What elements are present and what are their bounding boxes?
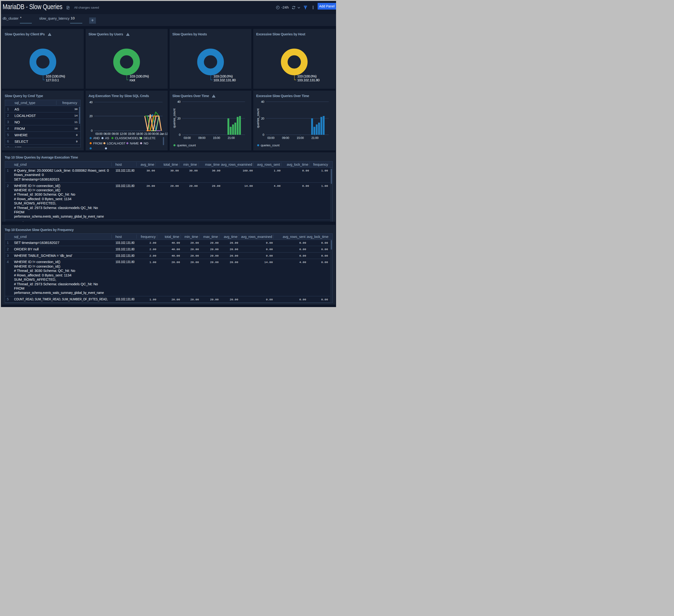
- svg-text:20: 20: [261, 117, 264, 120]
- svg-text:03:00: 03:00: [184, 136, 191, 140]
- svg-text:40: 40: [89, 100, 93, 104]
- svg-text:18:00: 18:00: [136, 132, 143, 136]
- svg-text:queries_count: queries_count: [177, 143, 196, 147]
- svg-text:AND: AND: [93, 136, 100, 140]
- svg-text:0: 0: [263, 133, 264, 137]
- svg-text:15:00: 15:00: [297, 136, 304, 140]
- svg-text:09:00: 09:00: [198, 136, 206, 140]
- svg-text:AS: AS: [105, 136, 109, 140]
- svg-text:0: 0: [91, 129, 93, 132]
- svg-text:21:00: 21:00: [311, 136, 319, 140]
- svg-text:21:00: 21:00: [227, 136, 235, 140]
- svg-text:FROM: FROM: [93, 142, 102, 145]
- svg-text:NO: NO: [144, 142, 148, 145]
- svg-text:40: 40: [177, 100, 181, 104]
- svg-text:09:00: 09:00: [112, 132, 119, 136]
- svg-text:20: 20: [89, 114, 93, 118]
- svg-text:0: 0: [179, 133, 180, 137]
- svg-text:queries_count: queries_count: [172, 109, 176, 128]
- svg-text:NAME: NAME: [130, 142, 139, 145]
- svg-text:09:00: 09:00: [282, 136, 289, 140]
- svg-text:03:00: 03:00: [95, 132, 103, 136]
- svg-text:LOCALHOST: LOCALHOST: [107, 142, 126, 145]
- svg-text:queries_count: queries_count: [261, 143, 279, 147]
- svg-text:DELETE: DELETE: [144, 136, 156, 140]
- svg-text:12:00: 12:00: [120, 132, 127, 136]
- svg-text:40: 40: [261, 100, 264, 104]
- svg-text:03:00: 03:00: [267, 136, 274, 140]
- svg-text:00:00 Jan 13: 00:00 Jan 13: [152, 132, 167, 136]
- svg-text:CLASSICMODELS: CLASSICMODELS: [115, 136, 141, 140]
- svg-text:21:00: 21:00: [144, 132, 151, 136]
- svg-text:queries_count: queries_count: [256, 109, 260, 128]
- svg-text:15:00: 15:00: [213, 136, 220, 140]
- svg-text:15:00: 15:00: [128, 132, 135, 136]
- svg-text:20: 20: [177, 117, 181, 120]
- svg-text:06:00: 06:00: [104, 132, 111, 136]
